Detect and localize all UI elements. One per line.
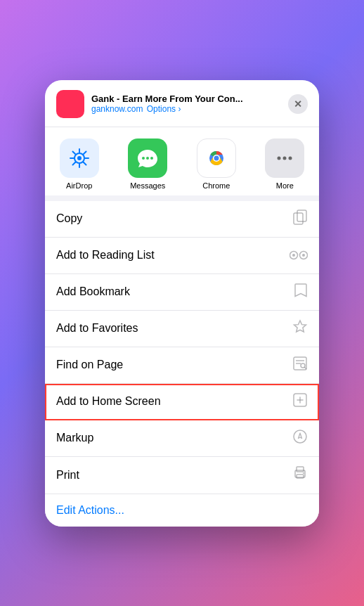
svg-point-4 <box>142 157 145 160</box>
add-home-screen-label: Add to Home Screen <box>56 395 161 408</box>
svg-point-5 <box>146 157 149 160</box>
add-home-screen-icon <box>292 392 308 411</box>
svg-point-17 <box>292 254 295 257</box>
print-label: Print <box>56 469 79 482</box>
print-icon <box>292 465 308 484</box>
svg-point-6 <box>150 157 153 160</box>
edit-actions-section: Edit Actions... <box>45 494 319 527</box>
site-favicon: 🐱 <box>56 90 84 118</box>
airdrop-icon-bg <box>60 138 99 178</box>
menu-item-find-on-page[interactable]: Find on Page <box>45 347 319 384</box>
svg-point-13 <box>289 156 292 160</box>
sheet-header: 🐱 Gank - Earn More From Your Con... gank… <box>45 80 319 127</box>
svg-rect-30 <box>297 467 304 472</box>
menu-item-print[interactable]: Print <box>45 457 319 494</box>
chrome-icon-bg <box>197 138 236 178</box>
find-on-page-label: Find on Page <box>56 359 123 371</box>
messages-label: Messages <box>130 181 165 190</box>
options-link[interactable]: Options › <box>144 104 181 114</box>
more-dots-icon <box>274 148 295 169</box>
menu-item-add-bookmark[interactable]: Add Bookmark <box>45 274 319 311</box>
options-label: Options <box>147 104 176 114</box>
favorites-star-icon <box>292 319 308 338</box>
url-text: ganknow.com <box>91 104 143 114</box>
site-url: ganknow.com Options › <box>91 104 281 114</box>
svg-point-28 <box>294 430 306 443</box>
markup-label: Markup <box>56 432 93 444</box>
svg-rect-31 <box>297 475 304 478</box>
messages-app-item[interactable]: Messages <box>122 138 173 190</box>
phone-frame: 🐱 Gank - Earn More From Your Con... gank… <box>45 80 319 527</box>
svg-point-12 <box>283 156 287 160</box>
more-label: More <box>276 181 294 190</box>
menu-item-add-home-screen[interactable]: Add to Home Screen <box>45 384 319 420</box>
edit-actions-button[interactable]: Edit Actions... <box>56 504 124 517</box>
airdrop-svg-icon <box>67 146 91 170</box>
close-button[interactable]: ✕ <box>288 94 308 114</box>
chrome-app-item[interactable]: Chrome <box>191 138 242 190</box>
close-icon: ✕ <box>294 98 302 110</box>
svg-line-24 <box>305 367 306 368</box>
messages-svg-icon <box>135 146 160 171</box>
svg-rect-15 <box>294 213 303 224</box>
svg-rect-14 <box>297 210 306 221</box>
add-bookmark-label: Add Bookmark <box>56 285 130 298</box>
site-info: Gank - Earn More From Your Con... gankno… <box>91 94 281 114</box>
site-title: Gank - Earn More From Your Con... <box>91 94 281 104</box>
svg-point-32 <box>303 472 304 474</box>
menu-list: Copy Add to Reading List A <box>45 201 319 494</box>
menu-item-add-favorites[interactable]: Add to Favorites <box>45 311 319 347</box>
messages-icon-bg <box>128 138 167 178</box>
reading-list-icon <box>290 247 308 264</box>
menu-item-copy[interactable]: Copy <box>45 201 319 238</box>
airdrop-label: AirDrop <box>66 181 92 190</box>
copy-icon <box>292 209 308 228</box>
copy-label: Copy <box>56 212 82 225</box>
svg-rect-0 <box>61 95 79 113</box>
chrome-label: Chrome <box>202 181 230 190</box>
app-share-row: AirDrop Messages <box>45 127 319 201</box>
more-icon-bg <box>265 138 304 178</box>
svg-point-19 <box>302 254 305 257</box>
menu-item-markup[interactable]: Markup <box>45 420 319 457</box>
find-on-page-icon <box>292 356 308 375</box>
svg-point-3 <box>77 156 82 160</box>
chrome-svg-icon <box>204 146 229 171</box>
svg-point-11 <box>278 156 281 160</box>
markup-icon <box>292 429 308 448</box>
svg-point-10 <box>214 155 219 160</box>
add-favorites-label: Add to Favorites <box>56 322 138 335</box>
more-app-item[interactable]: More <box>259 138 310 190</box>
reading-list-label: Add to Reading List <box>56 249 155 262</box>
edit-actions-label: Edit Actions... <box>56 504 124 516</box>
airdrop-app-item[interactable]: AirDrop <box>54 138 105 190</box>
menu-item-reading-list[interactable]: Add to Reading List <box>45 238 319 274</box>
bookmark-icon <box>294 283 308 302</box>
